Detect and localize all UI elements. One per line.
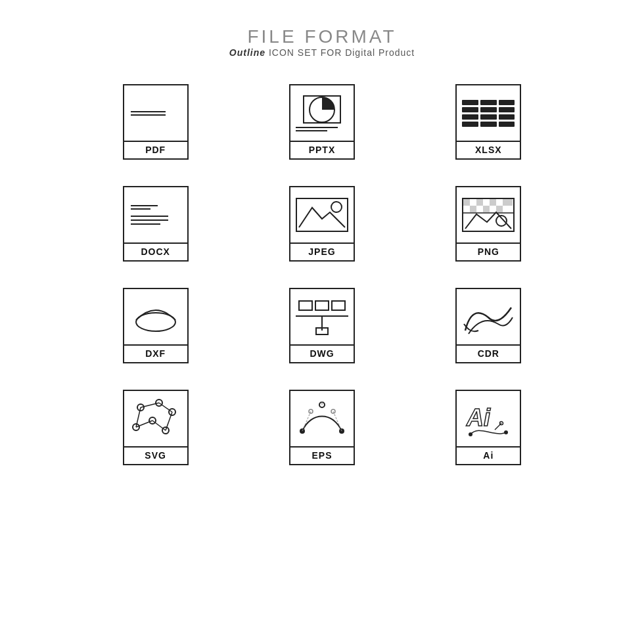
pptx-line-2 (296, 130, 327, 131)
xlsx-cell (480, 114, 497, 120)
dwg-icon-area (290, 289, 354, 344)
pdf-double-lines (131, 111, 181, 116)
eps-label: EPS (290, 446, 354, 464)
svg-rect-18 (503, 206, 513, 212)
ai-icon: Ai Ai (455, 390, 521, 465)
svg-line-37 (136, 421, 152, 427)
png-svg (462, 198, 515, 232)
xlsx-cell (480, 100, 497, 105)
svg-rect-7 (463, 206, 470, 212)
docx-label: DOCX (124, 242, 187, 260)
jpeg-icon-area (290, 187, 354, 242)
pdf-line-1 (131, 111, 166, 112)
xlsx-cell (499, 100, 515, 105)
svg-line-38 (152, 421, 166, 430)
subtitle-bold: Outline (229, 47, 265, 58)
pptx-icon-area (290, 85, 354, 141)
eps-icon-area (290, 391, 354, 446)
svg-rect-23 (315, 301, 329, 310)
svg-rect-11 (476, 206, 483, 212)
svg-rect-13 (490, 199, 496, 206)
dwg-icon: DWG (289, 288, 355, 363)
pdf-icon-area (124, 85, 187, 141)
pdf-icon: PDF (123, 84, 189, 160)
svg-icon: SVG (123, 390, 189, 465)
xlsx-cell (499, 107, 515, 112)
eps-svg (292, 398, 352, 439)
cdr-icon-area (457, 289, 520, 344)
svg-rect-5 (463, 199, 470, 206)
png-icon: PNG (455, 186, 521, 262)
svg-rect-24 (332, 301, 345, 310)
icon-grid: PDF PPTX (92, 84, 552, 465)
dxf-icon-area (124, 289, 187, 344)
svg-rect-9 (476, 199, 483, 206)
svg-point-21 (136, 313, 175, 331)
xlsx-cell (462, 114, 478, 120)
svg-rect-15 (490, 206, 496, 212)
docx-lines (124, 200, 187, 230)
xlsx-icon: XLSX (455, 84, 521, 160)
png-icon-area (457, 187, 520, 242)
eps-icon: EPS (289, 390, 355, 465)
xlsx-cell (462, 122, 478, 127)
pdf-label: PDF (124, 141, 187, 158)
docx-line-2 (131, 208, 150, 210)
xlsx-cell (480, 107, 497, 112)
pptx-line-1 (296, 127, 338, 128)
xlsx-cell (462, 100, 478, 105)
page-title: FILE FORMAT (229, 26, 415, 47)
docx-icon: DOCX (123, 186, 189, 262)
svg-rect-17 (503, 199, 513, 206)
page-subtitle: Outline ICON SET FOR Digital Product (229, 47, 415, 58)
xlsx-grid (457, 96, 520, 131)
svg-rect-16 (496, 206, 503, 212)
svg-point-3 (331, 202, 342, 212)
svg-label: SVG (124, 446, 187, 464)
docx-line-5 (131, 223, 161, 225)
svg-line-35 (159, 403, 172, 412)
cdr-label: CDR (457, 344, 520, 362)
pptx-lines (296, 127, 348, 131)
svg-text:Ai: Ai (466, 404, 491, 431)
docx-icon-area (124, 187, 187, 242)
pptx-chart-svg (302, 95, 342, 124)
xlsx-icon-area (457, 85, 520, 141)
docx-line-4 (131, 219, 168, 221)
svg-rect-22 (299, 301, 312, 310)
ai-svg: Ai (459, 398, 518, 439)
xlsx-cell (480, 122, 497, 127)
png-label: PNG (457, 242, 520, 260)
page-header: FILE FORMAT Outline ICON SET FOR Digital… (229, 26, 415, 58)
svg-rect-12 (483, 206, 490, 212)
xlsx-cell (499, 122, 515, 127)
dwg-svg (292, 298, 352, 336)
jpeg-label: JPEG (290, 242, 354, 260)
xlsx-cell (462, 107, 478, 112)
subtitle-rest: ICON SET FOR Digital Product (265, 47, 415, 58)
svg-rect-14 (496, 199, 503, 206)
docx-mid-lines (131, 216, 181, 225)
dxf-svg (126, 297, 185, 336)
svg-line-39 (166, 412, 172, 430)
svg-rect-6 (470, 199, 476, 206)
pdf-line-2 (131, 114, 166, 116)
xlsx-label: XLSX (457, 141, 520, 158)
docx-line-3 (131, 216, 168, 217)
svg-rect-10 (483, 199, 490, 206)
svg-svg (126, 398, 185, 440)
docx-top-double (131, 205, 181, 210)
cdr-svg (459, 298, 518, 336)
pptx-content (290, 91, 354, 135)
svg-rect-8 (470, 206, 476, 212)
ai-label: Ai (457, 446, 520, 464)
pdf-lines (124, 106, 187, 121)
pptx-label: PPTX (290, 141, 354, 158)
pptx-icon: PPTX (289, 84, 355, 160)
jpeg-svg (296, 198, 348, 232)
cdr-icon: CDR (455, 288, 521, 363)
xlsx-cell (499, 114, 515, 120)
ai-icon-area: Ai (457, 391, 520, 446)
jpeg-icon: JPEG (289, 186, 355, 262)
dxf-label: DXF (124, 344, 187, 362)
